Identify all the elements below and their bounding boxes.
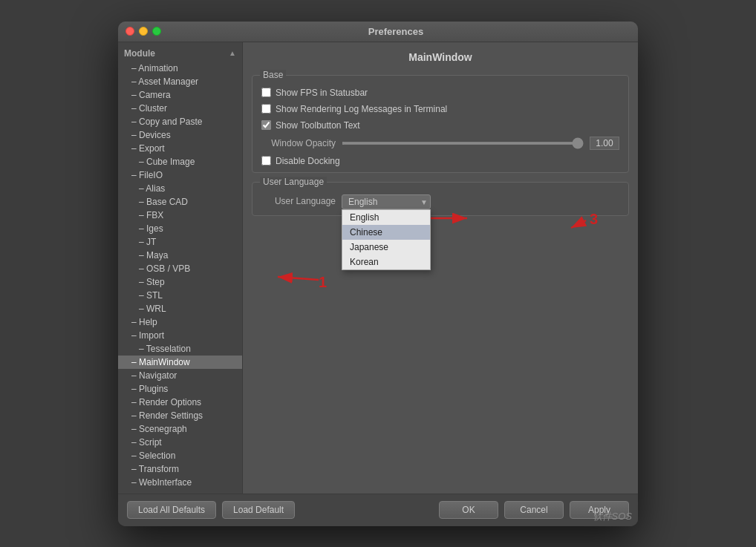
sidebar-item-camera[interactable]: – Camera — [118, 88, 242, 102]
sidebar-item-cube-image[interactable]: – Cube Image — [118, 155, 242, 168]
preferences-window: Preferences Module ▲ – Animation– Asset … — [118, 22, 638, 526]
sidebar-item-help[interactable]: – Help — [118, 315, 242, 329]
sidebar-item-navigator[interactable]: – Navigator — [118, 369, 242, 382]
disable-docking-checkbox[interactable] — [261, 156, 271, 166]
sidebar: Module ▲ – Animation– Asset Manager– Cam… — [118, 42, 243, 494]
show-rendering-checkbox[interactable] — [261, 104, 271, 114]
show-rendering-label: Show Rendering Log Messages in Terminal — [276, 104, 447, 114]
maximize-button[interactable] — [152, 27, 161, 36]
traffic-lights — [126, 27, 161, 36]
sidebar-item-animation[interactable]: – Animation — [118, 62, 242, 75]
base-section-content: Show FPS in Statusbar Show Rendering Log… — [261, 88, 619, 166]
dropdown-wrapper: English ▼ — [342, 194, 431, 209]
sidebar-item-stl[interactable]: – STL — [118, 289, 242, 302]
sidebar-item-osb-vpb[interactable]: – OSB / VPB — [118, 262, 242, 275]
sort-arrow-icon: ▲ — [229, 49, 236, 57]
window-title: Preferences — [161, 26, 630, 37]
minimize-button[interactable] — [139, 27, 148, 36]
main-content: MainWindow Base Show FPS in Statusbar Sh… — [243, 42, 638, 494]
show-fps-row: Show FPS in Statusbar — [261, 88, 619, 98]
language-dropdown-container: English ▼ English Chinese Japanese Korea… — [342, 194, 431, 209]
sidebar-item-fileio[interactable]: – FileIO — [118, 168, 242, 182]
sidebar-item-render-options[interactable]: – Render Options — [118, 396, 242, 409]
sidebar-item-base-cad[interactable]: – Base CAD — [118, 195, 242, 209]
option-japanese[interactable]: Japanese — [342, 240, 430, 255]
sidebar-item-transform[interactable]: – Transform — [118, 462, 242, 476]
disable-docking-row: Disable Docking — [261, 156, 619, 166]
main-title: MainWindow — [252, 51, 629, 63]
close-button[interactable] — [126, 27, 134, 36]
option-korean[interactable]: Korean — [342, 255, 430, 269]
sidebar-header: Module ▲ — [118, 45, 242, 62]
sidebar-header-label: Module — [124, 48, 155, 59]
watermark: 软件SOS — [593, 510, 632, 523]
show-fps-label: Show FPS in Statusbar — [276, 88, 368, 98]
show-toolbutton-label: Show Toolbutton Text — [276, 120, 360, 131]
disable-docking-label: Disable Docking — [276, 156, 340, 166]
sidebar-item-import[interactable]: – Import — [118, 329, 242, 342]
sidebar-item-scenegraph[interactable]: – Scenegraph — [118, 422, 242, 436]
sidebar-item-cluster[interactable]: – Cluster — [118, 102, 242, 115]
sidebar-item-webinterface[interactable]: – WebInterface — [118, 476, 242, 489]
title-bar: Preferences — [118, 22, 638, 42]
sidebar-item-asset-manager[interactable]: – Asset Manager — [118, 75, 242, 88]
sidebar-item-devices[interactable]: – Devices — [118, 128, 242, 142]
cancel-button[interactable]: Cancel — [504, 501, 564, 519]
window-opacity-label: Window Opacity — [261, 138, 336, 148]
user-language-section: User Language User Language English ▼ En… — [252, 182, 629, 216]
ok-button[interactable]: OK — [439, 501, 498, 519]
sidebar-item-render-settings[interactable]: – Render Settings — [118, 409, 242, 422]
sidebar-item-alias[interactable]: – Alias — [118, 182, 242, 195]
show-toolbutton-row: Show Toolbutton Text — [261, 120, 619, 131]
bottom-bar: Load All Defaults Load Default OK Cancel… — [118, 494, 638, 526]
sidebar-item-tesselation[interactable]: – Tesselation — [118, 342, 242, 356]
base-section: Base Show FPS in Statusbar Show Renderin… — [252, 75, 629, 173]
load-default-button[interactable]: Load Default — [222, 501, 295, 519]
window-body: Module ▲ – Animation– Asset Manager– Cam… — [118, 42, 638, 494]
sidebar-item-export[interactable]: – Export — [118, 142, 242, 155]
bottom-left-buttons: Load All Defaults Load Default — [127, 501, 295, 519]
show-toolbutton-checkbox[interactable] — [261, 120, 271, 130]
dropdown-selected-value: English — [348, 197, 377, 207]
option-english[interactable]: English — [342, 210, 430, 225]
sidebar-item-plugins[interactable]: – Plugins — [118, 382, 242, 396]
base-section-label: Base — [260, 70, 286, 80]
sidebar-item-maya[interactable]: – Maya — [118, 249, 242, 262]
user-language-label: User Language — [261, 194, 336, 206]
sidebar-item-wrl[interactable]: – WRL — [118, 302, 242, 315]
option-chinese[interactable]: Chinese — [342, 225, 430, 240]
language-dropdown-list: English Chinese Japanese Korean — [342, 209, 431, 270]
window-opacity-row: Window Opacity — [261, 137, 619, 150]
load-all-defaults-button[interactable]: Load All Defaults — [127, 501, 216, 519]
show-fps-checkbox[interactable] — [261, 88, 271, 97]
language-dropdown-button[interactable]: English — [342, 194, 431, 209]
sidebar-item-selection[interactable]: – Selection — [118, 449, 242, 462]
user-language-content: User Language English ▼ English Chinese … — [261, 194, 619, 209]
sidebar-items-container: – Animation– Asset Manager– Camera– Clus… — [118, 62, 242, 489]
user-language-section-label: User Language — [260, 177, 327, 187]
sidebar-item-copy-and-paste[interactable]: – Copy and Paste — [118, 115, 242, 128]
show-rendering-row: Show Rendering Log Messages in Terminal — [261, 104, 619, 114]
window-opacity-value[interactable] — [590, 137, 619, 150]
sidebar-item-fbx[interactable]: – FBX — [118, 209, 242, 222]
sidebar-item-step[interactable]: – Step — [118, 275, 242, 289]
sidebar-item-jt[interactable]: – JT — [118, 235, 242, 249]
window-opacity-slider[interactable] — [342, 142, 584, 145]
sidebar-item-iges[interactable]: – Iges — [118, 222, 242, 235]
sidebar-item-mainwindow[interactable]: – MainWindow — [118, 356, 242, 369]
sidebar-item-script[interactable]: – Script — [118, 436, 242, 449]
